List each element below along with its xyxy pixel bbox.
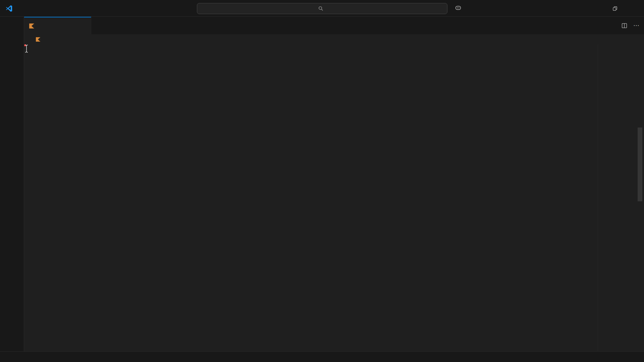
more-actions-icon[interactable]: ⋯ [631, 20, 641, 31]
tab-close-icon[interactable] [79, 22, 88, 30]
gradle-kotlin-file-icon [29, 23, 35, 29]
minimap[interactable] [598, 44, 636, 351]
tab-bar: ⋯ [24, 17, 644, 34]
scrollbar-slider[interactable] [638, 127, 642, 201]
command-center-search[interactable] [197, 3, 447, 14]
status-bar [0, 351, 644, 362]
title-bar [0, 0, 644, 17]
copilot-icon [454, 4, 462, 13]
breadcrumb [24, 34, 644, 44]
search-icon [318, 6, 324, 11]
breadcrumb-file[interactable] [36, 37, 43, 42]
activity-bar [0, 17, 24, 351]
window-minimize-button[interactable] [586, 0, 605, 17]
window-restore-button[interactable] [605, 0, 625, 17]
vertical-scrollbar[interactable] [636, 44, 644, 351]
tab-build-gradle-kts[interactable] [24, 17, 91, 34]
window-close-button[interactable] [625, 0, 644, 17]
gradle-kotlin-file-icon [36, 37, 41, 42]
code-scroll-area[interactable] [24, 72, 644, 351]
code-editor[interactable] [24, 44, 644, 351]
copilot-menu[interactable] [454, 3, 463, 14]
text-cursor-ibeam [24, 44, 29, 53]
vscode-logo-icon [5, 5, 13, 12]
editor-group: ⋯ [24, 17, 644, 351]
split-editor-icon[interactable] [619, 20, 629, 31]
